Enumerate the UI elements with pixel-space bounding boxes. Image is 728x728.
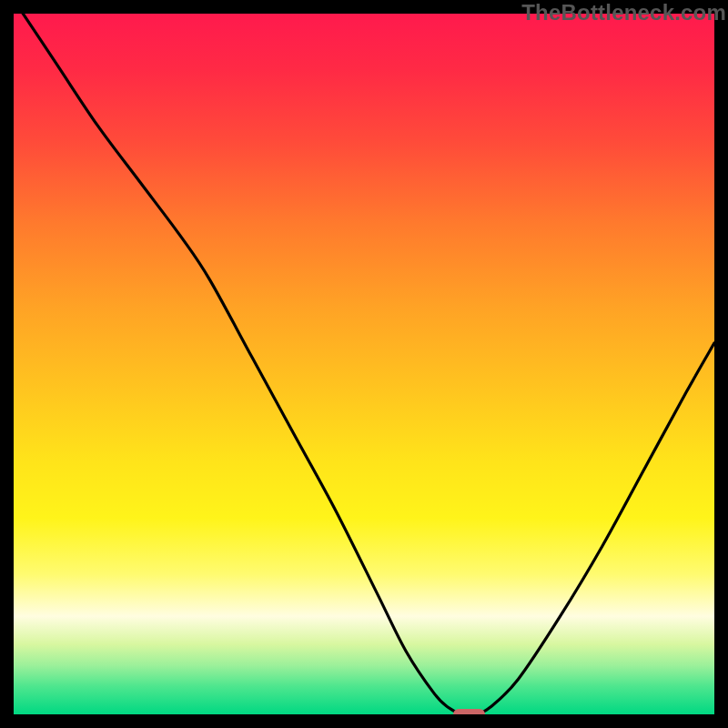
plot-area <box>14 14 714 714</box>
chart-frame: TheBottleneck.com <box>0 0 728 728</box>
bottleneck-curve <box>14 14 714 714</box>
optimal-marker <box>453 709 485 714</box>
watermark-text: TheBottleneck.com <box>521 0 726 25</box>
